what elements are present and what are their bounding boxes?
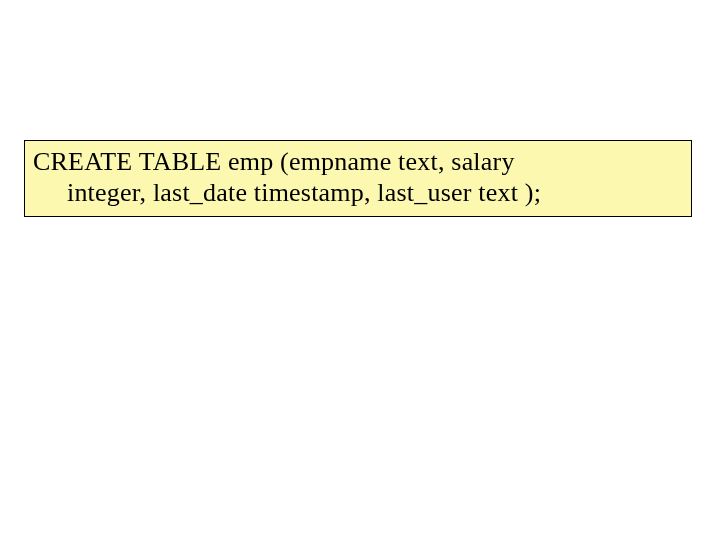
sql-code-box: CREATE TABLE emp (empname text, salary i… [24, 140, 692, 217]
code-line-1: CREATE TABLE emp (empname text, salary [33, 147, 683, 178]
code-line-2: integer, last_date timestamp, last_user … [33, 178, 683, 209]
